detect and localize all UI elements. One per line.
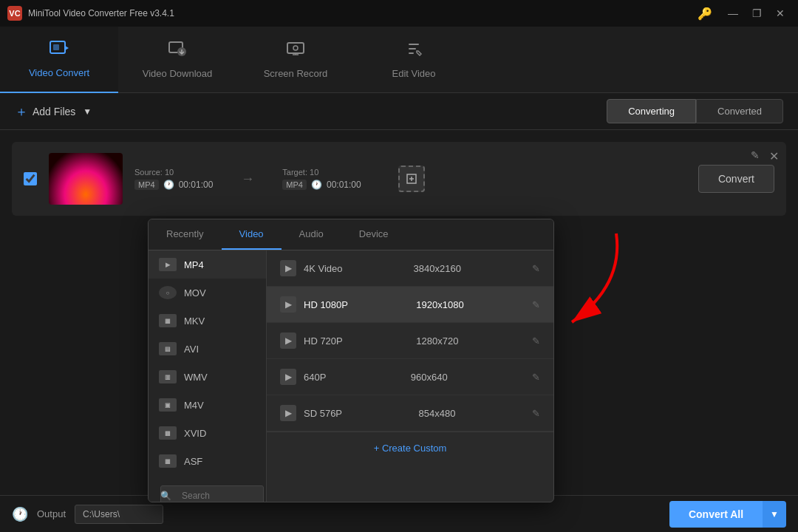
- res-720p-edit-button[interactable]: ✎: [532, 335, 540, 347]
- res-640p-label: 640P: [304, 372, 326, 383]
- edit-file-button[interactable]: ✎: [751, 149, 760, 161]
- add-files-dropdown-button[interactable]: ▼: [83, 106, 92, 117]
- restore-button[interactable]: ❐: [746, 6, 767, 21]
- res-1080p-edit-button[interactable]: ✎: [532, 299, 540, 310]
- format-item-xvid[interactable]: ▩ XVID: [149, 419, 266, 447]
- asf-icon: ▦: [159, 454, 177, 468]
- res-4k-label: 4K Video: [304, 263, 343, 274]
- add-files-label: Add Files: [33, 106, 75, 117]
- m4v-icon: ▣: [159, 398, 177, 412]
- output-label: Output: [37, 508, 66, 519]
- close-row-button[interactable]: ✕: [769, 149, 779, 163]
- video-convert-icon: [49, 39, 69, 61]
- titlebar: VC MiniTool Video Converter Free v3.4.1 …: [0, 0, 798, 27]
- app-logo: VC: [7, 6, 22, 21]
- close-button[interactable]: ✕: [770, 6, 791, 21]
- converting-tab[interactable]: Converting: [607, 99, 696, 123]
- source-info: Source: 10 MP4 🕐 00:01:00: [134, 168, 213, 190]
- format-picker: Recently Video Audio Device ▶ MP4 ○ MOV …: [148, 219, 554, 502]
- res-item-720p[interactable]: ▶ HD 720P 1280x720 ✎: [267, 323, 553, 359]
- fp-tab-audio[interactable]: Audio: [282, 219, 341, 250]
- format-item-avi[interactable]: ▤ AVI: [149, 335, 266, 363]
- res-720p-left: ▶ HD 720P: [280, 332, 343, 349]
- nav-tab-screen-record[interactable]: Screen Record: [236, 27, 355, 93]
- res-4k-edit-button[interactable]: ✎: [532, 263, 540, 274]
- target-settings-button[interactable]: [398, 166, 425, 192]
- res-item-640p[interactable]: ▶ 640P 960x640 ✎: [267, 359, 553, 395]
- nav-tab-video-download[interactable]: Video Download: [118, 27, 236, 93]
- format-picker-tabs: Recently Video Audio Device: [149, 219, 553, 250]
- xvid-label: XVID: [184, 428, 206, 439]
- file-info: Source: 10 MP4 🕐 00:01:00 → Target: 10 M…: [134, 166, 686, 192]
- avi-icon: ▤: [159, 342, 177, 355]
- format-item-mp4[interactable]: ▶ MP4: [149, 250, 266, 279]
- format-item-asf[interactable]: ▦ ASF: [149, 447, 266, 475]
- toolbar: ＋ Add Files ▼ Converting Converted: [0, 93, 798, 130]
- target-duration: 00:01:00: [327, 180, 361, 190]
- res-item-4k[interactable]: ▶ 4K Video 3840x2160 ✎: [267, 250, 553, 287]
- app-title: MiniTool Video Converter Free v3.4.1: [28, 8, 692, 18]
- convert-all-button[interactable]: Convert All: [669, 501, 763, 528]
- file-checkbox[interactable]: [24, 172, 37, 185]
- format-item-mov[interactable]: ○ MOV: [149, 279, 266, 307]
- file-info-row: Source: 10 MP4 🕐 00:01:00 → Target: 10 M…: [134, 166, 686, 192]
- wmv-icon: ▥: [159, 370, 177, 383]
- res-720p-label: HD 720P: [304, 335, 343, 347]
- fp-tab-recently[interactable]: Recently: [149, 219, 222, 250]
- fire-image: [49, 153, 123, 205]
- mov-label: MOV: [184, 287, 206, 299]
- video-download-icon: [167, 40, 188, 62]
- format-list: ▶ MP4 ○ MOV ▦ MKV ▤ AVI ▥ WMV: [149, 250, 267, 502]
- file-row: Source: 10 MP4 🕐 00:01:00 → Target: 10 M…: [12, 142, 786, 216]
- fp-tab-video[interactable]: Video: [222, 219, 282, 250]
- minimize-button[interactable]: —: [723, 6, 743, 21]
- nav-tab-edit-video[interactable]: Edit Video: [355, 27, 473, 93]
- fp-tab-device[interactable]: Device: [341, 219, 406, 250]
- res-1080p-label: HD 1080P: [304, 299, 348, 310]
- res-576p-left: ▶ SD 576P: [280, 405, 342, 421]
- convert-button[interactable]: Convert: [698, 165, 774, 193]
- res-4k-left: ▶ 4K Video: [280, 260, 343, 276]
- target-clock-icon: 🕐: [311, 180, 322, 190]
- m4v-label: M4V: [184, 400, 204, 411]
- search-icon: 🔍: [160, 491, 171, 501]
- main-content: Source: 10 MP4 🕐 00:01:00 → Target: 10 M…: [0, 130, 798, 228]
- res-640p-value: 960x640: [411, 372, 448, 383]
- format-item-mkv[interactable]: ▦ MKV: [149, 307, 266, 335]
- convert-all-dropdown-button[interactable]: ▼: [763, 501, 786, 528]
- file-thumbnail: [49, 153, 123, 205]
- converted-tab[interactable]: Converted: [696, 99, 783, 123]
- create-custom-button[interactable]: + Create Custom: [267, 432, 553, 464]
- target-info: Target: 10 MP4 🕐 00:01:00: [282, 168, 361, 190]
- video-download-label: Video Download: [143, 68, 212, 79]
- res-640p-left: ▶ 640P: [280, 369, 326, 385]
- res-4k-value: 3840x2160: [414, 263, 461, 274]
- resolution-list: ▶ 4K Video 3840x2160 ✎ ▶ HD 1080P 1920x1…: [267, 250, 553, 502]
- source-label: Source: 10: [134, 168, 213, 177]
- res-576p-edit-button[interactable]: ✎: [532, 408, 540, 419]
- res-1080p-left: ▶ HD 1080P: [280, 296, 348, 313]
- mkv-label: MKV: [184, 316, 205, 327]
- format-search-input[interactable]: [160, 485, 264, 502]
- format-item-wmv[interactable]: ▥ WMV: [149, 363, 266, 391]
- res-576p-icon: ▶: [280, 405, 296, 421]
- target-label: Target: 10: [282, 168, 361, 177]
- res-1080p-value: 1920x1080: [416, 299, 463, 310]
- res-4k-icon: ▶: [280, 260, 296, 276]
- wmv-label: WMV: [184, 372, 208, 383]
- res-576p-label: SD 576P: [304, 408, 342, 419]
- avi-label: AVI: [184, 344, 199, 355]
- target-media: MP4 🕐 00:01:00: [282, 180, 361, 190]
- edit-video-icon: [403, 40, 424, 62]
- arrow-right-icon: →: [241, 171, 254, 187]
- res-item-1080p[interactable]: ▶ HD 1080P 1920x1080 ✎: [267, 287, 553, 323]
- plus-icon: ＋: [15, 103, 28, 120]
- output-icon: 🕐: [12, 506, 28, 522]
- res-item-576p[interactable]: ▶ SD 576P 854x480 ✎: [267, 395, 553, 432]
- nav-tab-video-convert[interactable]: Video Convert: [0, 27, 118, 93]
- res-640p-edit-button[interactable]: ✎: [532, 372, 540, 383]
- video-convert-label: Video Convert: [29, 67, 89, 78]
- source-media: MP4 🕐 00:01:00: [134, 180, 213, 190]
- format-item-m4v[interactable]: ▣ M4V: [149, 391, 266, 419]
- add-files-button[interactable]: ＋ Add Files: [15, 103, 75, 120]
